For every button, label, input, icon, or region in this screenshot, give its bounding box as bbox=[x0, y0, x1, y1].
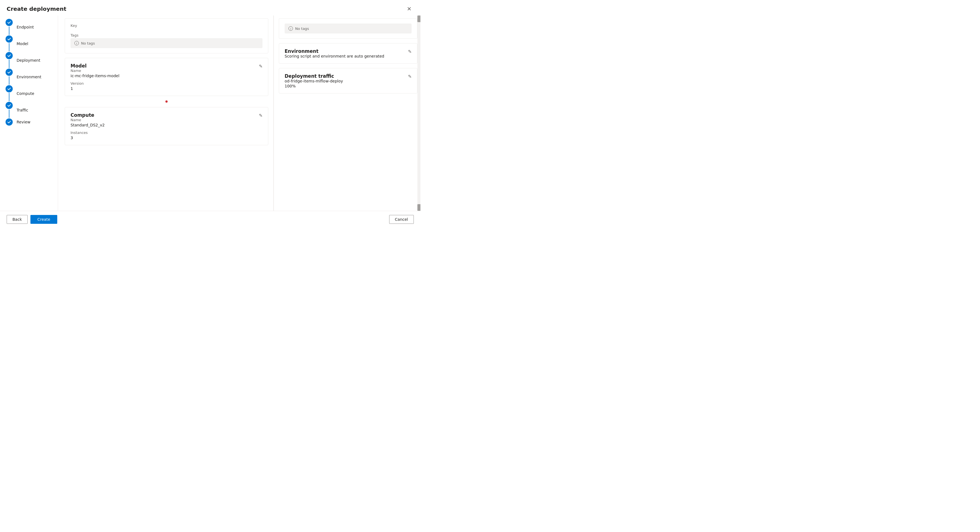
model-version-value: 1 bbox=[70, 86, 262, 91]
step-row-model: Model bbox=[6, 35, 58, 52]
no-tags-text-right: No tags bbox=[295, 27, 309, 31]
info-icon-tags-right: i bbox=[288, 26, 293, 31]
model-name-value: ic-mc-fridge-items-model bbox=[70, 73, 262, 78]
scrollbar-thumb-top bbox=[417, 16, 420, 22]
dialog-title: Create deployment bbox=[6, 6, 66, 12]
tags-field-left: i No tags bbox=[70, 38, 262, 48]
deployment-traffic-title: Deployment traffic bbox=[285, 73, 334, 79]
close-button[interactable]: ✕ bbox=[405, 5, 414, 13]
back-button[interactable]: Back bbox=[6, 215, 28, 224]
deployment-traffic-card: Deployment traffic ✎ od-fridge-items-mlf… bbox=[279, 68, 417, 94]
dialog-header: Create deployment ✕ bbox=[0, 0, 420, 16]
scrollbar[interactable] bbox=[417, 16, 420, 211]
pencil-icon-model: ✎ bbox=[259, 64, 262, 68]
compute-instances-label: Instances bbox=[70, 131, 262, 135]
tags-label: Tags bbox=[70, 33, 262, 37]
step-circle-model bbox=[6, 35, 13, 43]
dialog-footer: Back Create Cancel bbox=[0, 211, 420, 228]
step-line-endpoint bbox=[9, 27, 10, 35]
checkmark-icon-deployment bbox=[7, 54, 11, 57]
pencil-icon-traffic: ✎ bbox=[408, 74, 412, 79]
environment-card-title: Environment bbox=[285, 48, 318, 54]
model-version-label: Version bbox=[70, 81, 262, 86]
create-button[interactable]: Create bbox=[30, 215, 57, 224]
sidebar-item-review[interactable]: Review bbox=[17, 120, 30, 124]
tags-field-right: i No tags bbox=[285, 24, 412, 33]
model-card-title: Model bbox=[70, 63, 87, 68]
step-line-model bbox=[9, 43, 10, 51]
step-label-wrap-compute: Compute bbox=[17, 85, 34, 102]
compute-edit-button[interactable]: ✎ bbox=[258, 112, 264, 119]
sidebar-item-endpoint[interactable]: Endpoint bbox=[17, 25, 34, 29]
model-name-label: Name bbox=[70, 68, 262, 73]
step-circle-traffic bbox=[6, 102, 13, 109]
sidebar-item-model[interactable]: Model bbox=[17, 41, 28, 46]
left-panel: Key Tags i No tags Model ✎ Name ic-mc-fr… bbox=[58, 16, 273, 211]
model-edit-button[interactable]: ✎ bbox=[258, 62, 264, 70]
step-connector-review bbox=[6, 118, 13, 126]
step-line-deployment bbox=[9, 60, 10, 68]
step-label-wrap-model: Model bbox=[17, 35, 28, 52]
step-group-review: Review bbox=[6, 118, 58, 126]
scrollbar-thumb-bottom bbox=[417, 204, 420, 211]
step-label-wrap-environment: Environment bbox=[17, 68, 41, 85]
step-row-deployment: Deployment bbox=[6, 52, 58, 68]
step-row-compute: Compute bbox=[6, 85, 58, 102]
compute-name-label: Name bbox=[70, 118, 262, 122]
step-group-endpoint: Endpoint bbox=[6, 19, 58, 35]
tags-card-right: i No tags bbox=[279, 18, 417, 39]
step-circle-endpoint bbox=[6, 19, 13, 26]
sidebar: Endpoint Model bbox=[0, 16, 58, 211]
sidebar-item-compute[interactable]: Compute bbox=[17, 91, 34, 96]
right-panel-wrapper: i No tags Environment ✎ Scoring script a… bbox=[273, 16, 420, 211]
environment-edit-button[interactable]: ✎ bbox=[407, 48, 413, 55]
checkmark-icon-review bbox=[7, 120, 11, 124]
step-line-environment bbox=[9, 76, 10, 84]
key-tags-card: Key Tags i No tags bbox=[65, 18, 268, 53]
pencil-icon-environment: ✎ bbox=[408, 49, 412, 54]
dialog-body: Endpoint Model bbox=[0, 16, 420, 211]
create-deployment-dialog: Create deployment ✕ bbox=[0, 0, 420, 228]
step-label-wrap-review: Review bbox=[17, 118, 30, 126]
step-connector-deployment bbox=[6, 52, 13, 68]
sidebar-item-environment[interactable]: Environment bbox=[17, 75, 41, 79]
step-group-environment: Environment bbox=[6, 68, 58, 85]
no-tags-text-left: No tags bbox=[81, 41, 95, 45]
compute-name-value: Standard_DS2_v2 bbox=[70, 123, 262, 127]
step-connector-traffic bbox=[6, 102, 13, 118]
step-row-traffic: Traffic bbox=[6, 102, 58, 118]
step-connector-compute bbox=[6, 85, 13, 102]
cancel-button[interactable]: Cancel bbox=[389, 215, 414, 224]
info-icon-tags-left: i bbox=[75, 41, 79, 45]
red-dot-separator bbox=[65, 100, 268, 103]
compute-card-title: Compute bbox=[70, 112, 94, 118]
compute-card: Compute ✎ Name Standard_DS2_v2 Instances… bbox=[65, 107, 268, 145]
step-row-review: Review bbox=[6, 118, 58, 126]
step-line-traffic bbox=[9, 110, 10, 118]
checkmark-icon-model bbox=[7, 37, 11, 41]
checkmark-icon-endpoint bbox=[7, 21, 11, 24]
deployment-traffic-name: od-fridge-items-mlflow-deploy bbox=[285, 79, 412, 83]
step-label-wrap-traffic: Traffic bbox=[17, 102, 28, 118]
step-row-endpoint: Endpoint bbox=[6, 19, 58, 35]
key-section: Key bbox=[70, 24, 262, 33]
step-circle-review bbox=[6, 118, 13, 126]
step-label-wrap-endpoint: Endpoint bbox=[17, 19, 34, 35]
close-icon: ✕ bbox=[407, 6, 412, 12]
step-row-environment: Environment bbox=[6, 68, 58, 85]
key-label: Key bbox=[70, 24, 262, 28]
deployment-traffic-percent: 100% bbox=[285, 84, 412, 88]
model-card: Model ✎ Name ic-mc-fridge-items-model Ve… bbox=[65, 58, 268, 96]
sidebar-item-traffic[interactable]: Traffic bbox=[17, 108, 28, 112]
step-line-compute bbox=[9, 93, 10, 101]
step-circle-deployment bbox=[6, 52, 13, 59]
checkmark-icon-environment bbox=[7, 70, 11, 74]
deployment-traffic-edit-button[interactable]: ✎ bbox=[407, 73, 413, 80]
step-circle-compute bbox=[6, 85, 13, 92]
step-connector-environment bbox=[6, 68, 13, 85]
step-circle-environment bbox=[6, 68, 13, 76]
step-label-wrap-deployment: Deployment bbox=[17, 52, 40, 68]
step-connector-model bbox=[6, 35, 13, 52]
step-connector-endpoint bbox=[6, 19, 13, 35]
sidebar-item-deployment[interactable]: Deployment bbox=[17, 58, 40, 62]
